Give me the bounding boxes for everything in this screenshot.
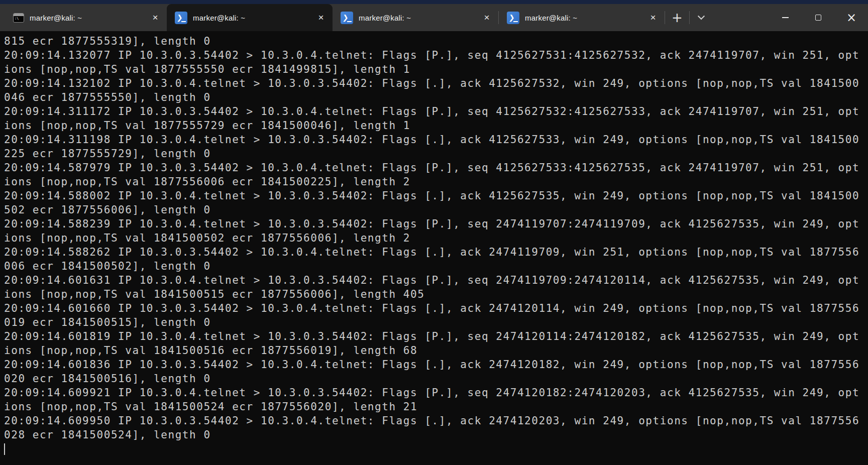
terminal-line: ions [nop,nop,TS val 1841500515 ecr 1877…: [4, 287, 868, 301]
window-controls: ×: [769, 4, 868, 31]
tab-4[interactable]: ❯ marker@kali: ~ ×: [499, 4, 665, 31]
terminal-line: ions [nop,nop,TS val 1877555550 ecr 1841…: [4, 62, 868, 76]
terminal-line: 019 ecr 1841500515], length 0: [4, 315, 868, 329]
terminal-line: 20:09:14.588262 IP 10.3.0.3.54402 > 10.3…: [4, 245, 868, 259]
tab-title: marker@kali: ~: [30, 14, 142, 22]
terminal-line: 20:09:14.311172 IP 10.3.0.3.54402 > 10.3…: [4, 104, 868, 119]
close-button[interactable]: ×: [835, 4, 868, 31]
terminal-line: 20:09:14.588002 IP 10.3.0.4.telnet > 10.…: [4, 189, 868, 203]
tab-title: marker@kali: ~: [525, 14, 640, 22]
command-prompt-icon: :\: [13, 13, 24, 23]
text-cursor: [4, 443, 5, 455]
minimize-icon: [782, 17, 789, 18]
tab-title: marker@kali: ~: [359, 14, 474, 22]
maximize-button[interactable]: [802, 4, 835, 31]
terminal-line: ions [nop,nop,TS val 1877556006 ecr 1841…: [4, 175, 868, 189]
powershell-icon: ❯: [175, 12, 187, 24]
terminal-line: 006 ecr 1841500502], length 0: [4, 259, 868, 273]
powershell-icon: ❯: [341, 12, 353, 24]
tab-close-icon[interactable]: ×: [148, 10, 163, 25]
terminal-line: ions [nop,nop,TS val 1841500502 ecr 1877…: [4, 231, 868, 245]
terminal-line: ions [nop,nop,TS val 1877555729 ecr 1841…: [4, 119, 868, 133]
tab-bar: :\ marker@kali: ~ × ❯ marker@kali: ~ × ❯…: [0, 4, 868, 31]
tab-close-icon[interactable]: ×: [313, 10, 329, 25]
tab-title: marker@kali: ~: [193, 14, 308, 22]
terminal-line: 20:09:14.132102 IP 10.3.0.4.telnet > 10.…: [4, 76, 868, 90]
tab-3[interactable]: ❯ marker@kali: ~ ×: [333, 4, 498, 31]
minimize-button[interactable]: [769, 4, 802, 31]
tab-2-active[interactable]: ❯ marker@kali: ~ ×: [167, 4, 333, 31]
terminal-line: 502 ecr 1877556006], length 0: [4, 203, 868, 217]
terminal-line: 20:09:14.588239 IP 10.3.0.4.telnet > 10.…: [4, 217, 868, 231]
background-editor-strip: 2 from scapy.all import IP,TCP,send,ls: [0, 0, 868, 4]
maximize-icon: [815, 15, 821, 21]
terminal-line: 20:09:14.601836 IP 10.3.0.3.54402 > 10.3…: [4, 358, 868, 372]
terminal-line: 046 ecr 1877555550], length 0: [4, 90, 868, 104]
chevron-down-icon: [698, 13, 705, 20]
terminal-line: 20:09:14.601631 IP 10.3.0.4.telnet > 10.…: [4, 273, 868, 287]
new-tab-button[interactable]: +: [665, 4, 689, 31]
tab-dropdown-button[interactable]: [690, 4, 713, 31]
terminal-line: 20:09:14.601660 IP 10.3.0.3.54402 > 10.3…: [4, 301, 868, 315]
tab-close-icon[interactable]: ×: [645, 10, 661, 25]
tab-close-icon[interactable]: ×: [479, 10, 494, 25]
terminal-output: 815 ecr 1877555319], length 020:09:14.13…: [4, 34, 868, 442]
editor-code-line: 2 from scapy.all import IP,TCP,send,ls: [0, 0, 25, 4]
terminal-line: 20:09:14.587979 IP 10.3.0.3.54402 > 10.3…: [4, 161, 868, 175]
powershell-icon: ❯: [507, 12, 519, 24]
close-icon: ×: [846, 12, 856, 24]
terminal-line: 815 ecr 1877555319], length 0: [4, 34, 868, 48]
terminal-line: 20:09:14.601819 IP 10.3.0.4.telnet > 10.…: [4, 329, 868, 343]
terminal-line: ions [nop,nop,TS val 1841500516 ecr 1877…: [4, 343, 868, 358]
terminal-line: 20:09:14.311198 IP 10.3.0.4.telnet > 10.…: [4, 133, 868, 147]
terminal-line: 028 ecr 1841500524], length 0: [4, 428, 868, 442]
terminal-line: 20:09:14.609921 IP 10.3.0.4.telnet > 10.…: [4, 386, 868, 400]
terminal-line: 20:09:14.132077 IP 10.3.0.3.54402 > 10.3…: [4, 48, 868, 62]
terminal-viewport[interactable]: 815 ecr 1877555319], length 020:09:14.13…: [0, 31, 868, 465]
tab-1[interactable]: :\ marker@kali: ~ ×: [5, 4, 167, 31]
windows-terminal-window: 2 from scapy.all import IP,TCP,send,ls :…: [0, 0, 868, 465]
terminal-cursor-line: [4, 442, 868, 456]
terminal-line: 020 ecr 1841500516], length 0: [4, 372, 868, 386]
terminal-line: ions [nop,nop,TS val 1841500524 ecr 1877…: [4, 400, 868, 414]
terminal-line: 20:09:14.609950 IP 10.3.0.3.54402 > 10.3…: [4, 414, 868, 428]
terminal-line: 225 ecr 1877555729], length 0: [4, 147, 868, 161]
